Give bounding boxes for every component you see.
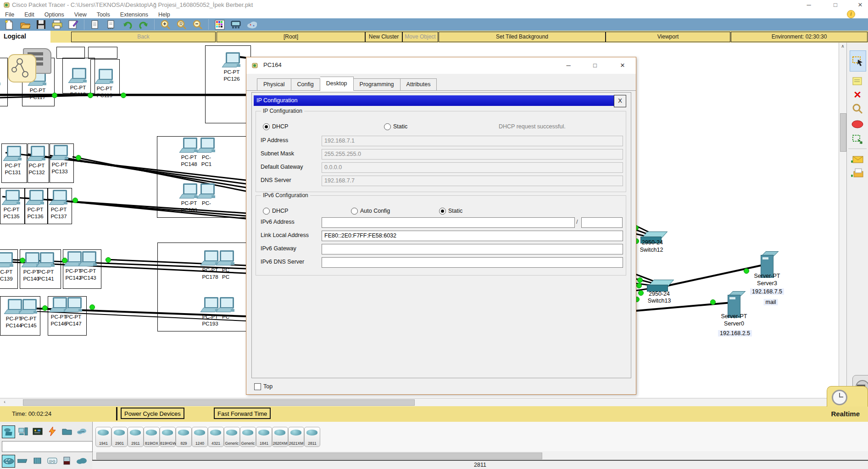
window-maximize-button[interactable]: □: [829, 1, 842, 9]
add-simple-pdu-tool-icon[interactable]: [850, 152, 865, 166]
place-note-tool-icon[interactable]: [850, 74, 865, 88]
window-close-button[interactable]: ✕: [853, 1, 867, 9]
subnet-mask-field[interactable]: 255.255.255.0: [322, 149, 623, 160]
device-model-1941[interactable]: 1941: [95, 427, 111, 447]
pc-node-icon[interactable]: [37, 252, 56, 268]
device-model-2901[interactable]: 2901: [111, 427, 128, 447]
ipv6-gateway-field[interactable]: [322, 244, 623, 254]
pc-node-icon[interactable]: [217, 297, 235, 313]
undo-icon[interactable]: [122, 19, 133, 30]
paste-icon[interactable]: [106, 19, 117, 30]
pc-node-icon[interactable]: [69, 68, 88, 83]
category-multiuser-icon[interactable]: [75, 425, 88, 437]
dialog-close-button[interactable]: ✕: [615, 60, 630, 71]
category-end-devices-icon[interactable]: [17, 425, 29, 437]
dialog-titlebar[interactable]: PC164 ─ □ ✕: [246, 57, 636, 74]
device-search-input[interactable]: [2, 441, 93, 452]
pc-node-icon[interactable]: [180, 183, 199, 199]
subcategory-switches-icon[interactable]: [17, 455, 29, 467]
pc-node-icon[interactable]: [65, 297, 83, 313]
dialog-maximize-button[interactable]: □: [587, 60, 603, 71]
info-icon[interactable]: i: [847, 10, 855, 18]
menu-edit[interactable]: Edit: [19, 11, 39, 18]
canvas-vertical-scrollbar[interactable]: ∧ ∨: [839, 43, 847, 398]
draw-shape-tool-icon[interactable]: [850, 117, 865, 131]
ipv6-dns-server-field[interactable]: [322, 257, 623, 268]
network-cloud-icon[interactable]: [246, 19, 257, 30]
ipv6-prefix-field[interactable]: [581, 217, 623, 228]
redo-icon[interactable]: [138, 19, 149, 30]
open-file-icon[interactable]: [20, 19, 30, 30]
menu-tools[interactable]: Tools: [92, 11, 115, 18]
tab-attributes[interactable]: Attributes: [401, 78, 437, 91]
ip-address-field[interactable]: 192.168.7.1: [322, 136, 623, 146]
pc-node-icon[interactable]: [50, 190, 68, 205]
realtime-mode-tab[interactable]: [827, 386, 868, 407]
pc-node-icon[interactable]: [198, 138, 216, 153]
subcategory-routers-icon[interactable]: [2, 455, 15, 468]
pc-node-icon[interactable]: [27, 190, 45, 205]
device-strip-scrollbar[interactable]: [93, 451, 868, 460]
back-button[interactable]: Back: [71, 32, 216, 42]
ipv6-auto-config-radio[interactable]: [351, 208, 358, 215]
vertical-scroll-thumb[interactable]: [840, 113, 846, 152]
menu-help[interactable]: Help: [153, 11, 175, 18]
fast-forward-time-button[interactable]: Fast Forward Time: [214, 408, 271, 419]
pc-node-icon[interactable]: [79, 251, 98, 267]
scroll-up-icon[interactable]: ∧: [839, 44, 846, 49]
pc-node-icon[interactable]: [180, 138, 199, 153]
pc-node-icon[interactable]: [0, 71, 1, 86]
menu-view[interactable]: View: [69, 11, 92, 18]
resize-shape-tool-icon[interactable]: [850, 133, 865, 147]
menu-file[interactable]: File: [0, 11, 19, 18]
root-button[interactable]: [Root]: [217, 32, 365, 42]
new-cluster-button[interactable]: New Cluster: [365, 32, 402, 42]
strip-scroll-thumb[interactable]: [96, 452, 542, 459]
device-model-2620xm[interactable]: 2620XM: [272, 427, 288, 447]
pc-node-icon[interactable]: [3, 190, 21, 205]
device-model-2911[interactable]: 2911: [128, 427, 144, 447]
custom-device-dialog-icon[interactable]: [230, 19, 241, 30]
power-cycle-devices-button[interactable]: Power Cycle Devices: [121, 408, 184, 419]
pc-node-icon[interactable]: [0, 252, 14, 268]
dns-server-field[interactable]: 192.168.7.7: [322, 176, 623, 186]
subcategory-wan-emulation-icon[interactable]: [75, 455, 88, 467]
dhcp-radio[interactable]: [263, 123, 270, 130]
ipv6-address-field[interactable]: [322, 217, 575, 228]
device-model-generic[interactable]: Generic: [224, 427, 240, 447]
default-gateway-field[interactable]: 0.0.0.0: [322, 162, 623, 173]
horizontal-scroll-thumb[interactable]: [23, 399, 415, 406]
device-model-819iox[interactable]: 819IOX: [144, 427, 160, 447]
top-checkbox[interactable]: [254, 383, 261, 390]
device-model-4321[interactable]: 4321: [208, 427, 224, 447]
scroll-left-icon[interactable]: ‹: [1, 399, 8, 404]
delete-tool-icon[interactable]: ✕: [850, 88, 865, 102]
copy-icon[interactable]: [90, 19, 100, 30]
device-model-1240[interactable]: 1240: [192, 427, 208, 447]
subcategory-hubs-icon[interactable]: [31, 455, 44, 467]
add-complex-pdu-tool-icon[interactable]: [850, 166, 865, 180]
tab-programming[interactable]: Programming: [354, 78, 401, 91]
zoom-in-icon[interactable]: [160, 19, 171, 30]
menu-options[interactable]: Options: [39, 11, 69, 18]
zoom-reset-icon[interactable]: R: [176, 19, 187, 30]
dialog-minimize-button[interactable]: ─: [561, 60, 576, 71]
device-model-generic[interactable]: Generic: [240, 427, 256, 447]
pc-node-icon[interactable]: [28, 146, 46, 161]
device-model-1841[interactable]: 1841: [256, 427, 272, 447]
activity-wizard-icon[interactable]: [68, 19, 78, 30]
category-miscellaneous-icon[interactable]: [61, 425, 73, 437]
cluster-box[interactable]: [88, 47, 117, 59]
ip-config-close-button[interactable]: X: [614, 95, 626, 107]
cluster-box[interactable]: [56, 47, 85, 59]
window-minimize-button[interactable]: ─: [802, 1, 816, 9]
category-network-devices-icon[interactable]: [2, 425, 15, 438]
select-tool-icon[interactable]: [850, 50, 866, 72]
pc-node-icon[interactable]: [217, 250, 235, 266]
set-tiled-background-button[interactable]: Set Tiled Background: [439, 32, 606, 42]
device-model-2811[interactable]: 2811: [304, 427, 320, 447]
inspect-tool-icon[interactable]: [850, 102, 865, 116]
viewport-button[interactable]: Viewport: [606, 32, 730, 42]
tab-desktop[interactable]: Desktop: [320, 77, 354, 91]
tab-physical[interactable]: Physical: [257, 78, 291, 91]
